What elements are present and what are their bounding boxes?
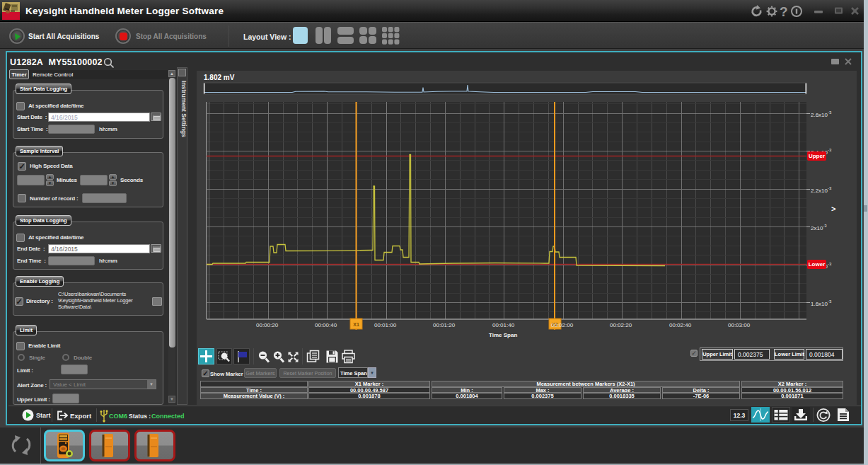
svg-text:X1: X1 <box>353 322 359 327</box>
svg-text:?: ? <box>780 4 788 18</box>
